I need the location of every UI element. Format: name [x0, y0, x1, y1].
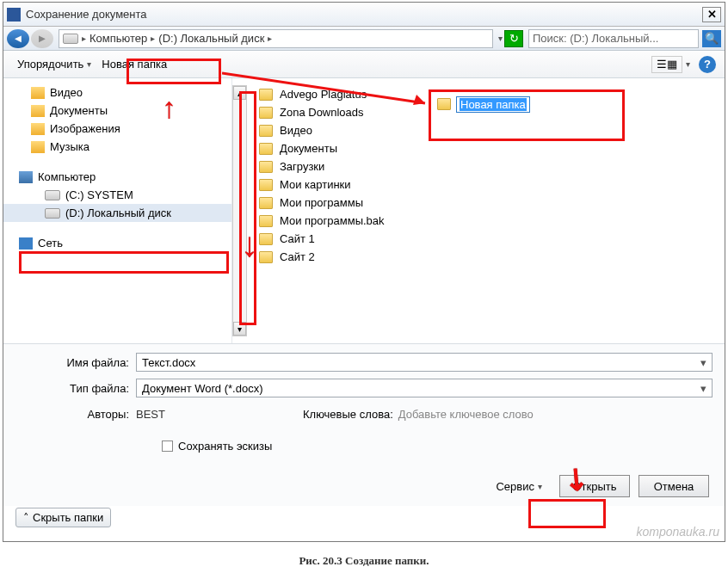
- sidebar-item-video[interactable]: Видео: [3, 83, 231, 102]
- chevron-right-icon: ▸: [268, 34, 272, 43]
- scroll-track[interactable]: [233, 100, 246, 322]
- file-item[interactable]: Мои программы: [257, 194, 716, 212]
- folder-icon: [259, 161, 273, 173]
- sidebar-scrollbar[interactable]: ▴ ▾: [232, 85, 247, 336]
- chevron-right-icon: ▸: [151, 34, 155, 43]
- file-item[interactable]: Сайт 1: [257, 230, 716, 248]
- help-button[interactable]: ?: [699, 56, 716, 73]
- save-thumbnail-checkbox[interactable]: [162, 441, 173, 452]
- bottom-panel: Имя файла: Текст.docx▾ Тип файла: Докуме…: [3, 343, 725, 506]
- sidebar-item-network[interactable]: Сеть: [3, 234, 231, 252]
- breadcrumb[interactable]: ▸ Компьютер ▸ (D:) Локальный диск ▸: [59, 29, 493, 48]
- search-placeholder: Поиск: (D:) Локальный...: [533, 32, 694, 45]
- sidebar-item-music[interactable]: Музыка: [3, 138, 231, 156]
- navigation-bar: ◄ ► ▸ Компьютер ▸ (D:) Локальный диск ▸ …: [3, 27, 725, 51]
- new-folder-name-input[interactable]: Новая папка: [456, 96, 530, 113]
- refresh-button[interactable]: ↻: [504, 30, 523, 47]
- figure-caption: Рис. 20.3 Создание папки.: [0, 554, 728, 568]
- authors-label: Авторы:: [15, 408, 136, 421]
- save-thumbnail-label: Сохранять эскизы: [178, 440, 272, 453]
- crumb-drive[interactable]: (D:) Локальный диск: [158, 32, 264, 45]
- search-button[interactable]: 🔍: [702, 30, 721, 47]
- network-icon: [19, 237, 33, 250]
- chevron-down-icon[interactable]: ▾: [700, 382, 706, 395]
- file-item[interactable]: Мои программы.bak: [257, 212, 716, 230]
- organize-menu[interactable]: Упорядочить ▾: [12, 55, 96, 73]
- hide-folders-button[interactable]: ˄ Скрыть папки: [15, 508, 111, 527]
- scroll-down-button[interactable]: ▾: [233, 322, 246, 336]
- chevron-down-icon: ▾: [87, 59, 91, 69]
- toolbar: Упорядочить ▾ Новая папка ☰▦ ▾ ?: [3, 51, 725, 78]
- chevron-up-icon: ˄: [23, 511, 29, 524]
- file-item[interactable]: Мои картинки: [257, 176, 716, 194]
- navigation-sidebar: Видео Документы Изображения Музыка Компь…: [3, 78, 232, 343]
- computer-icon: [19, 171, 33, 183]
- crumb-computer[interactable]: Компьютер: [89, 32, 147, 45]
- authors-value[interactable]: BEST: [136, 408, 165, 421]
- folder-icon: [437, 98, 451, 110]
- window-title: Сохранение документа: [26, 8, 702, 21]
- sidebar-item-drive-d[interactable]: (D:) Локальный диск: [3, 204, 231, 222]
- sidebar-item-drive-c[interactable]: (C:) SYSTEM: [3, 186, 231, 204]
- folder-icon: [259, 89, 273, 101]
- new-folder-edit-box: Новая папка: [430, 91, 623, 139]
- drive-icon: [63, 34, 78, 44]
- cancel-button[interactable]: Отмена: [639, 475, 709, 497]
- music-icon: [31, 141, 45, 153]
- pictures-icon: [31, 123, 45, 135]
- watermark: komponauka.ru: [636, 525, 719, 539]
- chevron-right-icon: ▸: [82, 34, 86, 43]
- chevron-down-icon[interactable]: ▾: [686, 59, 690, 69]
- file-item[interactable]: Сайт 2: [257, 248, 716, 266]
- filename-input[interactable]: Текст.docx▾: [136, 353, 713, 372]
- titlebar: Сохранение документа ✕: [3, 3, 725, 27]
- folder-icon: [259, 233, 273, 245]
- new-folder-button[interactable]: Новая папка: [96, 55, 172, 73]
- service-menu[interactable]: Сервис▾: [496, 480, 542, 493]
- sidebar-item-pictures[interactable]: Изображения: [3, 120, 231, 138]
- drive-icon: [45, 208, 60, 219]
- filename-label: Имя файла:: [15, 356, 136, 369]
- chevron-down-icon: ▾: [538, 482, 542, 491]
- filetype-select[interactable]: Документ Word (*.docx)▾: [136, 379, 713, 397]
- file-item[interactable]: Документы: [257, 139, 716, 157]
- folder-icon: [259, 125, 273, 137]
- folder-icon: [259, 179, 273, 191]
- sidebar-item-computer[interactable]: Компьютер: [3, 168, 231, 186]
- close-button[interactable]: ✕: [702, 7, 721, 22]
- folder-icon: [259, 197, 273, 209]
- save-dialog-window: Сохранение документа ✕ ◄ ► ▸ Компьютер ▸…: [3, 2, 725, 542]
- folder-icon: [259, 143, 273, 155]
- documents-icon: [31, 105, 45, 117]
- history-dropdown-icon[interactable]: ▾: [498, 34, 503, 43]
- word-app-icon: [7, 8, 21, 22]
- scroll-up-button[interactable]: ▴: [233, 86, 246, 100]
- filetype-label: Тип файла:: [15, 382, 136, 395]
- view-options-button[interactable]: ☰▦: [651, 56, 682, 73]
- back-button[interactable]: ◄: [7, 29, 29, 48]
- folder-icon: [259, 251, 273, 263]
- folder-icon: [259, 215, 273, 227]
- open-button[interactable]: Открыть: [559, 475, 630, 497]
- sidebar-item-documents[interactable]: Документы: [3, 102, 231, 120]
- folder-icon: [259, 107, 273, 119]
- search-field[interactable]: Поиск: (D:) Локальный...: [528, 29, 699, 48]
- keywords-label: Ключевые слова:: [303, 408, 393, 421]
- forward-button[interactable]: ►: [31, 29, 53, 48]
- keywords-hint[interactable]: Добавьте ключевое слово: [398, 408, 534, 421]
- video-icon: [31, 87, 45, 99]
- drive-icon: [45, 190, 60, 200]
- file-item[interactable]: Загрузки: [257, 157, 716, 176]
- chevron-down-icon[interactable]: ▾: [700, 356, 706, 369]
